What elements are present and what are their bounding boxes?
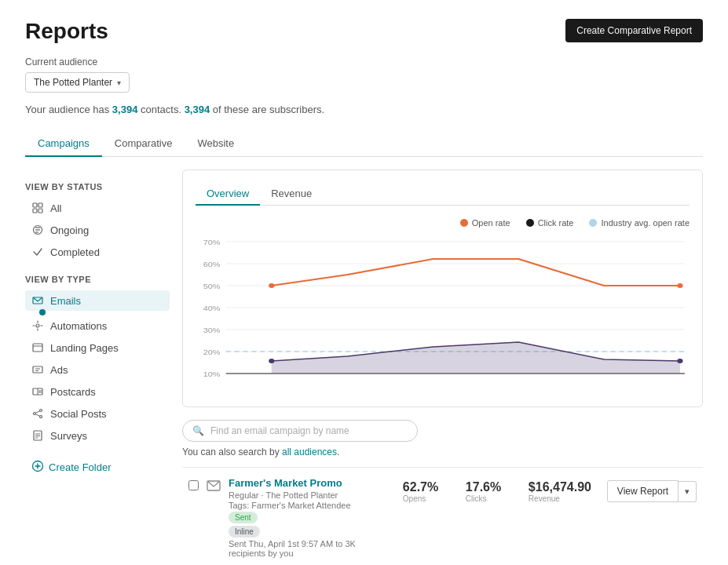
- search-icon: 🔍: [192, 425, 204, 436]
- chart-legend: Open rate Click rate Industry avg. open …: [196, 218, 690, 228]
- svg-text:40%: 40%: [203, 304, 221, 312]
- svg-rect-1: [38, 203, 42, 207]
- campaign-list: Farmer's Market Promo Regular · The Pott…: [182, 467, 703, 565]
- sidebar-item-completed[interactable]: Completed: [25, 242, 170, 262]
- svg-point-47: [677, 283, 682, 288]
- chevron-down-icon: ▾: [117, 78, 121, 87]
- audience-dropdown[interactable]: The Potted Planter ▾: [25, 72, 130, 93]
- svg-rect-2: [33, 209, 37, 213]
- sidebar-item-emails[interactable]: Emails: [25, 290, 170, 311]
- svg-line-23: [35, 414, 39, 416]
- chart-area: 70% 60% 50% 40% 30% 20% 10%: [196, 237, 690, 394]
- search-input-wrap[interactable]: 🔍: [182, 420, 418, 442]
- campaign-meta-1: Regular · The Potted Planter: [229, 490, 395, 500]
- audience-info: Your audience has 3,394 contacts. 3,394 …: [25, 104, 703, 115]
- sidebar-item-automations-label: Automations: [50, 320, 107, 332]
- svg-point-20: [40, 410, 42, 412]
- plus-circle-icon: [31, 460, 44, 475]
- click-rate-color: [526, 219, 534, 227]
- sidebar: View by Status All: [25, 170, 182, 565]
- sidebar-item-ads[interactable]: Ads: [25, 359, 170, 380]
- search-input[interactable]: [210, 425, 408, 436]
- sidebar-item-social-posts[interactable]: Social Posts: [25, 403, 170, 424]
- sidebar-item-social-posts-label: Social Posts: [50, 408, 107, 420]
- clicks-label-1: Clicks: [466, 494, 513, 503]
- email-icon: [31, 294, 44, 307]
- svg-point-49: [269, 359, 274, 363]
- svg-text:30%: 30%: [203, 326, 221, 334]
- campaign-badges-1: Sent Inline: [229, 512, 395, 538]
- automation-icon: [31, 319, 44, 332]
- ads-icon: [31, 363, 44, 376]
- chart-tab-revenue[interactable]: Revenue: [260, 183, 323, 206]
- create-folder-label: Create Folder: [49, 461, 111, 473]
- campaign-stats-1: 62.7% Opens 17.6% Clicks $16,474.90 Reve…: [403, 480, 599, 503]
- sidebar-item-emails-label: Emails: [50, 295, 81, 307]
- svg-point-21: [40, 416, 42, 418]
- create-comparative-report-button[interactable]: Create Comparative Report: [565, 19, 703, 42]
- sidebar-item-ongoing-label: Ongoing: [50, 224, 89, 236]
- campaign-name-1[interactable]: Farmer's Market Promo: [229, 477, 395, 489]
- stat-opens-1: 62.7% Opens: [403, 480, 450, 503]
- opens-label-1: Opens: [403, 494, 450, 503]
- tab-website[interactable]: Website: [185, 131, 247, 157]
- svg-text:70%: 70%: [203, 239, 221, 246]
- current-audience-label: Current audience: [25, 56, 703, 67]
- svg-rect-3: [38, 209, 42, 213]
- click-rate-label: Click rate: [538, 218, 574, 228]
- badge-sent-1: Sent: [229, 512, 258, 523]
- clicks-value-1: 17.6%: [466, 480, 513, 494]
- svg-rect-12: [33, 366, 42, 373]
- create-folder-button[interactable]: Create Folder: [25, 457, 170, 478]
- stat-clicks-1: 17.6% Clicks: [466, 480, 513, 503]
- ongoing-icon: [31, 224, 44, 236]
- sidebar-item-postcards-label: Postcards: [50, 386, 96, 398]
- sidebar-item-postcards[interactable]: Postcards: [25, 381, 170, 402]
- chart-tabs: Overview Revenue: [196, 183, 690, 206]
- campaign-sent-1: Sent Thu, April 1st 9:57 AM to 3K recipi…: [229, 539, 395, 558]
- svg-rect-10: [33, 344, 42, 352]
- search-hint: You can also search by all audiences.: [182, 447, 703, 457]
- landing-icon: [31, 341, 44, 354]
- svg-point-19: [34, 413, 36, 415]
- grid-icon: [31, 202, 44, 214]
- industry-avg-label: Industry avg. open rate: [601, 218, 690, 228]
- revenue-value-1: $16,474.90: [529, 480, 599, 494]
- svg-text:60%: 60%: [203, 261, 221, 268]
- audience-name: The Potted Planter: [34, 77, 112, 88]
- survey-icon: [31, 429, 44, 442]
- postcard-icon: [31, 385, 44, 398]
- sidebar-item-completed-label: Completed: [50, 246, 100, 258]
- chart-tab-overview[interactable]: Overview: [196, 183, 260, 206]
- sidebar-item-ads-label: Ads: [50, 364, 68, 376]
- svg-text:20%: 20%: [203, 348, 221, 356]
- sidebar-item-ongoing[interactable]: Ongoing: [25, 220, 170, 240]
- all-audiences-link[interactable]: all audiences: [282, 447, 337, 457]
- campaign-email-icon-1: [207, 479, 221, 495]
- svg-point-46: [269, 283, 274, 288]
- completed-icon: [31, 246, 44, 258]
- svg-line-22: [35, 411, 39, 413]
- sidebar-item-surveys[interactable]: Surveys: [25, 425, 170, 446]
- industry-avg-color: [589, 219, 597, 227]
- legend-industry-avg: Industry avg. open rate: [589, 218, 690, 228]
- tab-campaigns[interactable]: Campaigns: [25, 131, 102, 157]
- campaign-checkbox-1[interactable]: [188, 480, 199, 490]
- badge-inline-1: Inline: [229, 526, 260, 538]
- svg-rect-0: [33, 203, 37, 207]
- view-report-dropdown-1[interactable]: ▾: [679, 481, 697, 502]
- open-rate-label: Open rate: [472, 218, 510, 228]
- search-container: 🔍 You can also search by all audiences.: [182, 420, 703, 457]
- view-report-button-1[interactable]: View Report: [607, 480, 679, 502]
- svg-point-9: [36, 324, 39, 327]
- chart-container: Overview Revenue Open rate Click rate In…: [182, 170, 703, 407]
- sidebar-item-landing-pages[interactable]: Landing Pages: [25, 337, 170, 358]
- campaign-row: Farmer's Market Promo Regular · The Pott…: [182, 467, 703, 565]
- tab-comparative[interactable]: Comparative: [102, 131, 185, 157]
- sidebar-item-all-label: All: [50, 202, 61, 214]
- revenue-label-1: Revenue: [529, 494, 599, 503]
- sidebar-item-all[interactable]: All: [25, 198, 170, 218]
- main-tabs: Campaigns Comparative Website: [25, 131, 703, 157]
- svg-point-50: [677, 359, 682, 363]
- sidebar-item-automations[interactable]: Automations: [25, 315, 170, 336]
